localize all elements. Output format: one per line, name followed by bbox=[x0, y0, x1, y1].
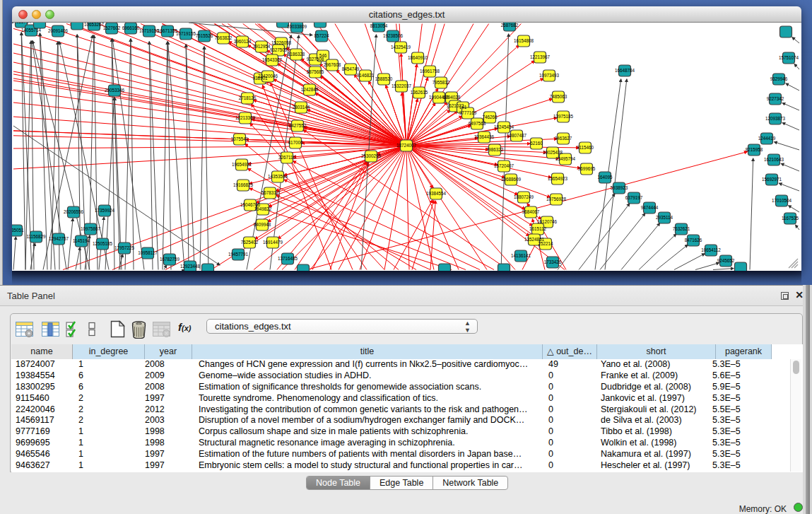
svg-text:6966160: 6966160 bbox=[122, 25, 140, 30]
svg-text:8454749: 8454749 bbox=[342, 66, 360, 71]
svg-text:746266: 746266 bbox=[482, 115, 498, 119]
svg-text:19166825: 19166825 bbox=[233, 182, 254, 187]
svg-text:12213967: 12213967 bbox=[530, 54, 551, 59]
svg-text:141: 141 bbox=[459, 105, 467, 110]
svg-text:16154808: 16154808 bbox=[514, 38, 534, 43]
svg-text:7485063: 7485063 bbox=[550, 94, 567, 99]
svg-text:7986322: 7986322 bbox=[486, 147, 504, 152]
svg-text:7663822: 7663822 bbox=[215, 35, 233, 40]
svg-text:6379197: 6379197 bbox=[625, 195, 643, 200]
svg-text:16671355: 16671355 bbox=[158, 28, 178, 33]
svg-text:16914479: 16914479 bbox=[263, 240, 283, 245]
svg-text:15226058: 15226058 bbox=[271, 40, 292, 45]
svg-text:19238506: 19238506 bbox=[383, 33, 404, 38]
svg-text:7625402: 7625402 bbox=[241, 240, 259, 245]
svg-text:2935114: 2935114 bbox=[656, 215, 673, 220]
svg-text:9474444: 9474444 bbox=[641, 205, 659, 210]
svg-text:2718126: 2718126 bbox=[239, 95, 257, 100]
svg-text:10807487: 10807487 bbox=[507, 133, 527, 138]
svg-text:10654112: 10654112 bbox=[701, 247, 721, 252]
svg-text:10719155: 10719155 bbox=[176, 31, 196, 36]
svg-text:9115460: 9115460 bbox=[577, 145, 594, 150]
svg-text:10973493: 10973493 bbox=[539, 73, 560, 78]
svg-text:1075541: 1075541 bbox=[231, 136, 249, 141]
svg-text:1167535: 1167535 bbox=[782, 216, 799, 221]
svg-text:18724007: 18724007 bbox=[396, 143, 417, 148]
svg-text:1733426: 1733426 bbox=[544, 259, 562, 264]
svg-text:23420046: 23420046 bbox=[258, 74, 278, 78]
svg-text:13716485: 13716485 bbox=[278, 256, 298, 261]
svg-text:10719155: 10719155 bbox=[139, 28, 160, 33]
svg-text:14325419: 14325419 bbox=[391, 45, 411, 49]
svg-text:10756928: 10756928 bbox=[546, 197, 567, 201]
svg-text:11156829: 11156829 bbox=[26, 234, 46, 239]
svg-text:12505185: 12505185 bbox=[93, 241, 113, 246]
svg-text:20091406: 20091406 bbox=[48, 28, 69, 33]
svg-text:17010504: 17010504 bbox=[772, 198, 792, 203]
svg-text:16782759: 16782759 bbox=[160, 257, 180, 262]
svg-text:12923448: 12923448 bbox=[180, 264, 201, 269]
svg-text:25300295: 25300295 bbox=[361, 153, 382, 158]
svg-text:2803144: 2803144 bbox=[293, 105, 310, 110]
svg-text:5678312: 5678312 bbox=[261, 190, 279, 195]
svg-text:19457791: 19457791 bbox=[228, 252, 249, 257]
svg-text:16210643: 16210643 bbox=[764, 157, 784, 162]
svg-text:3912954: 3912954 bbox=[253, 44, 271, 49]
svg-text:17957225: 17957225 bbox=[114, 245, 135, 250]
svg-text:12213369: 12213369 bbox=[235, 115, 256, 120]
svg-text:164095: 164095 bbox=[597, 175, 613, 180]
svg-text:1615112: 1615112 bbox=[529, 226, 547, 231]
svg-text:3960124: 3960124 bbox=[234, 39, 252, 44]
svg-text:9684067: 9684067 bbox=[522, 209, 540, 214]
svg-text:1588520: 1588520 bbox=[375, 76, 393, 81]
svg-text:16120746: 16120746 bbox=[537, 219, 558, 224]
svg-text:17359924: 17359924 bbox=[95, 208, 115, 213]
svg-text:546: 546 bbox=[319, 53, 327, 58]
svg-text:9777169: 9777169 bbox=[459, 110, 477, 115]
svg-text:6497568: 6497568 bbox=[469, 121, 486, 126]
svg-text:5875685: 5875685 bbox=[307, 69, 324, 74]
svg-text:10025438: 10025438 bbox=[543, 150, 563, 155]
svg-text:8427552: 8427552 bbox=[289, 123, 307, 128]
svg-text:10975867: 10975867 bbox=[81, 226, 101, 231]
svg-text:7955812: 7955812 bbox=[433, 80, 450, 85]
svg-text:9245652: 9245652 bbox=[717, 258, 735, 263]
svg-text:18807249: 18807249 bbox=[514, 194, 534, 199]
svg-text:13975185: 13975185 bbox=[553, 114, 574, 119]
svg-text:2967608: 2967608 bbox=[324, 62, 341, 67]
svg-text:15692971: 15692971 bbox=[762, 177, 782, 182]
svg-text:1362615: 1362615 bbox=[411, 90, 428, 95]
svg-text:1527602: 1527602 bbox=[103, 25, 121, 30]
svg-text:2687682: 2687682 bbox=[501, 23, 519, 28]
svg-text:7515526: 7515526 bbox=[196, 33, 213, 38]
svg-text:12093873: 12093873 bbox=[765, 116, 786, 121]
svg-text:13654923: 13654923 bbox=[548, 176, 568, 181]
svg-text:62160: 62160 bbox=[530, 141, 543, 146]
svg-text:29053346: 29053346 bbox=[105, 88, 125, 93]
svg-text:14055714: 14055714 bbox=[21, 28, 42, 33]
svg-text:10688609: 10688609 bbox=[501, 177, 522, 182]
svg-text:18640910: 18640910 bbox=[408, 55, 428, 60]
svg-text:10958117: 10958117 bbox=[138, 250, 158, 255]
svg-text:19654932: 19654932 bbox=[232, 162, 252, 167]
svg-text:13495794: 13495794 bbox=[555, 156, 576, 161]
svg-text:15322037: 15322037 bbox=[392, 83, 412, 88]
svg-text:19384554: 19384554 bbox=[426, 191, 447, 196]
svg-text:3267110: 3267110 bbox=[278, 155, 296, 160]
svg-text:20206556: 20206556 bbox=[64, 209, 84, 214]
svg-text:14055714: 14055714 bbox=[12, 23, 31, 24]
svg-text:9329946: 9329946 bbox=[770, 76, 788, 81]
svg-text:417006: 417006 bbox=[288, 140, 303, 145]
svg-text:9227342: 9227342 bbox=[767, 96, 784, 101]
svg-text:10653267: 10653267 bbox=[84, 23, 105, 27]
svg-text:14353594: 14353594 bbox=[268, 174, 288, 179]
svg-text:252214: 252214 bbox=[538, 241, 553, 246]
svg-text:18245454: 18245454 bbox=[494, 124, 514, 129]
svg-text:8215958: 8215958 bbox=[746, 147, 763, 152]
svg-text:8186328: 8186328 bbox=[288, 52, 305, 57]
svg-text:8409948: 8409948 bbox=[254, 222, 271, 227]
svg-text:435051: 435051 bbox=[12, 228, 24, 233]
svg-text:1242848: 1242848 bbox=[301, 87, 319, 92]
svg-text:9146821: 9146821 bbox=[357, 73, 375, 78]
svg-text:9699695: 9699695 bbox=[578, 166, 596, 171]
